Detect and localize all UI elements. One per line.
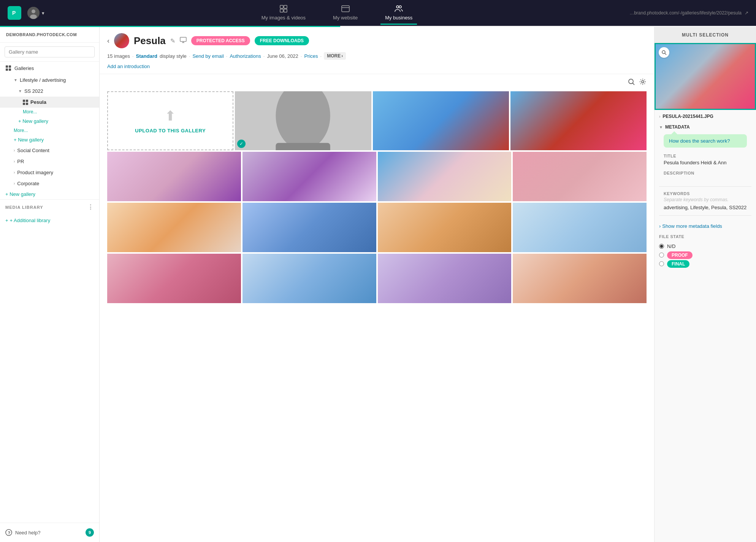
grid-image-6[interactable] <box>378 152 512 201</box>
svg-rect-13 <box>6 65 8 68</box>
grid-image-5[interactable] <box>242 152 376 201</box>
nav-business[interactable]: My business <box>380 1 417 25</box>
show-more-fields[interactable]: › Show more metadata fields <box>655 221 756 231</box>
chevron-icon: › <box>14 170 15 175</box>
sidebar-new-gallery-root[interactable]: + New gallery <box>0 189 99 199</box>
grid-image-3[interactable] <box>510 91 647 150</box>
media-library-menu[interactable]: ⋮ <box>87 203 94 211</box>
protected-badge[interactable]: PROTECTED ACCESS <box>191 36 250 45</box>
svg-rect-31 <box>276 143 330 150</box>
grid-image-11[interactable] <box>513 203 647 252</box>
search-tooltip: How does the search work? <box>664 134 747 148</box>
svg-text:?: ? <box>8 531 11 535</box>
free-downloads-badge[interactable]: FREE DOWNLOADS <box>255 36 309 45</box>
grid-image-9[interactable] <box>242 203 376 252</box>
state-nd-radio[interactable] <box>659 244 664 249</box>
selected-image[interactable] <box>656 44 755 109</box>
display-style-link[interactable]: Standard <box>136 53 157 59</box>
zoom-icon[interactable] <box>659 47 669 58</box>
grid-image-13[interactable] <box>242 254 376 303</box>
prices-link[interactable]: Prices <box>304 53 318 59</box>
main-content: ‹ Pesula ✎ PROTECTED ACCESS FREE DOWNLOA… <box>100 27 654 542</box>
sidebar-item-corporate[interactable]: › Corporate <box>0 178 99 189</box>
state-proof-label[interactable]: PROOF <box>667 252 693 258</box>
grid-image-14[interactable] <box>378 254 512 303</box>
more-button[interactable]: MORE › <box>324 52 346 60</box>
title-field-value[interactable]: Pesula founders Heidi & Ann <box>659 159 751 168</box>
sep1: · <box>132 53 134 59</box>
sidebar-item-ss2022[interactable]: ▼ SS 2022 <box>0 86 99 97</box>
keywords-field-value[interactable]: advertising, Lifestyle, Pesula, SS2022 <box>659 203 751 214</box>
sidebar-tree: ▼ Lifestyle / advertising ▼ SS 2022 Pesu… <box>0 75 99 199</box>
external-link-icon[interactable]: ↗ <box>745 10 748 16</box>
grid-image-1[interactable]: ✓ <box>235 91 371 150</box>
grid-image-2[interactable] <box>373 91 509 150</box>
sidebar-item-more-2[interactable]: More... <box>0 126 99 135</box>
metadata-toggle[interactable]: ▼ METADATA <box>659 123 751 131</box>
state-nd-label[interactable]: N/D <box>667 243 675 249</box>
logo[interactable]: P <box>8 6 21 20</box>
sidebar: DEMOBRAND.PHOTODECK.COM Galleries ▼ Life… <box>0 27 100 542</box>
image-count: 15 images <box>107 53 130 59</box>
grid-image-10[interactable] <box>378 203 512 252</box>
sidebar-search-container <box>0 43 99 62</box>
nav-images[interactable]: My images & videos <box>257 1 310 25</box>
send-email-link[interactable]: Send by email <box>192 53 223 59</box>
sep5: · <box>301 53 302 59</box>
gallery-name: Pesula <box>134 35 166 47</box>
additional-library[interactable]: + + Additional library <box>0 215 99 226</box>
sep3: · <box>226 53 228 59</box>
edit-icon[interactable]: ✎ <box>170 37 175 45</box>
need-help: ? Need help? 9 <box>0 523 99 542</box>
gallery-back-button[interactable]: ‹ <box>107 37 109 45</box>
search-toolbar-icon[interactable] <box>628 78 635 87</box>
grid-image-4[interactable] <box>107 152 241 201</box>
plus-icon: + <box>5 218 8 223</box>
sidebar-item-more-1[interactable]: More... <box>0 108 99 116</box>
sidebar-new-gallery-1[interactable]: + New gallery <box>0 116 99 126</box>
grid-image-15[interactable] <box>513 254 647 303</box>
add-intro-link[interactable]: Add an introduction <box>107 64 647 74</box>
grid-image-8[interactable] <box>107 203 241 252</box>
monitor-icon[interactable] <box>180 37 187 45</box>
svg-point-28 <box>642 81 644 83</box>
grid-image-7[interactable] <box>513 152 647 201</box>
svg-line-33 <box>665 53 666 55</box>
galleries-label: Galleries <box>14 65 34 71</box>
description-field-value[interactable] <box>659 176 751 185</box>
sidebar-item-pesula[interactable]: Pesula <box>0 97 99 108</box>
settings-toolbar-icon[interactable] <box>639 78 647 87</box>
nav-business-label: My business <box>385 15 412 21</box>
final-badge: FINAL <box>667 260 689 268</box>
main-layout: DEMOBRAND.PHOTODECK.COM Galleries ▼ Life… <box>0 27 756 542</box>
search-tooltip-link[interactable]: How does the search work? <box>669 138 730 144</box>
chevron-icon: › <box>14 181 15 186</box>
state-proof-radio[interactable] <box>659 253 664 257</box>
nav-website[interactable]: My website <box>328 1 362 25</box>
grid-row-3 <box>107 203 647 252</box>
svg-point-26 <box>629 79 633 84</box>
chevron-icon: › <box>14 148 15 153</box>
sidebar-item-product[interactable]: › Product imagery <box>0 167 99 178</box>
svg-rect-5 <box>280 5 283 8</box>
user-menu[interactable]: ▾ <box>27 7 44 19</box>
state-final-label[interactable]: FINAL <box>667 261 689 267</box>
upload-cell[interactable]: ⬆ UPLOAD TO THIS GALLERY <box>107 91 233 150</box>
svg-rect-14 <box>9 65 11 68</box>
gallery-search-input[interactable] <box>5 46 95 57</box>
nav-website-label: My website <box>333 15 358 21</box>
sidebar-item-lifestyle[interactable]: ▼ Lifestyle / advertising <box>0 75 99 86</box>
file-expand-chevron[interactable]: › <box>659 114 660 119</box>
sidebar-item-pr[interactable]: › PR <box>0 156 99 167</box>
sep4: · <box>263 53 265 59</box>
svg-rect-8 <box>284 9 287 12</box>
authorizations-link[interactable]: Authorizations <box>230 53 261 59</box>
grid-row-2 <box>107 152 647 201</box>
sidebar-item-social[interactable]: › Social Content <box>0 145 99 156</box>
sidebar-new-gallery-2[interactable]: + New gallery <box>0 135 99 145</box>
sidebar-galleries[interactable]: Galleries <box>0 62 99 75</box>
state-final-radio[interactable] <box>659 261 664 266</box>
need-help-button[interactable]: ? Need help? <box>5 529 41 536</box>
additional-library-label: + Additional library <box>10 218 51 223</box>
grid-image-12[interactable] <box>107 254 241 303</box>
